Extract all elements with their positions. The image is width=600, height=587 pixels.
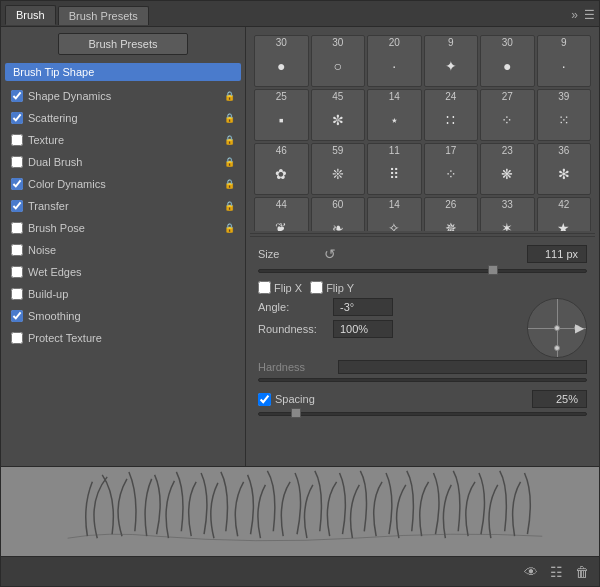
grid-icon[interactable]: ☷	[550, 564, 563, 580]
brush-panel: Brush Brush Presets » ☰ Brush Presets Br…	[0, 0, 600, 587]
checkbox-transfer[interactable]	[11, 200, 23, 212]
checkbox-scattering[interactable]	[11, 112, 23, 124]
brush-presets-button[interactable]: Brush Presets	[58, 33, 188, 55]
checkbox-protect_texture[interactable]	[11, 332, 23, 344]
roundness-label: Roundness:	[258, 323, 333, 335]
brush-option-texture[interactable]: Texture🔒	[5, 129, 241, 151]
eye-icon[interactable]: 👁	[524, 564, 538, 580]
right-panel: 30●30○20·9✦30●9·25▪45✼14⋆24∷27⁘39⁙46✿59❊…	[246, 27, 599, 466]
brush-num: 36	[558, 146, 569, 156]
brush-option-scattering[interactable]: Scattering🔒	[5, 107, 241, 129]
size-value[interactable]: 111 px	[527, 245, 587, 263]
spacing-row: Spacing 25%	[258, 390, 587, 408]
menu-icon[interactable]: ☰	[584, 8, 595, 22]
left-panel: Brush Presets Brush Tip Shape Shape Dyna…	[1, 27, 246, 466]
checkbox-noise[interactable]	[11, 244, 23, 256]
brush-num: 9	[561, 38, 567, 48]
checkbox-shape_dynamics[interactable]	[11, 90, 23, 102]
flip-y-checkbox[interactable]	[310, 281, 323, 294]
brush-cell-17[interactable]: 36✻	[537, 143, 592, 195]
brush-option-dual_brush[interactable]: Dual Brush🔒	[5, 151, 241, 173]
brush-cell-19[interactable]: 60❧	[311, 197, 366, 231]
brush-cell-4[interactable]: 30●	[480, 35, 535, 87]
hardness-row: Hardness	[258, 360, 587, 374]
checkbox-color_dynamics[interactable]	[11, 178, 23, 190]
brush-num: 39	[558, 92, 569, 102]
brush-cell-0[interactable]: 30●	[254, 35, 309, 87]
brush-cell-2[interactable]: 20·	[367, 35, 422, 87]
brush-option-build_up[interactable]: Build-up	[5, 283, 241, 305]
checkbox-dual_brush[interactable]	[11, 156, 23, 168]
brush-shape-icon: ▪	[279, 102, 284, 138]
tab-brush[interactable]: Brush	[5, 5, 56, 25]
brush-cell-13[interactable]: 59❊	[311, 143, 366, 195]
angle-value[interactable]: -3°	[333, 298, 393, 316]
brush-option-transfer[interactable]: Transfer🔒	[5, 195, 241, 217]
brush-cell-15[interactable]: 17⁘	[424, 143, 479, 195]
brush-option-noise[interactable]: Noise	[5, 239, 241, 261]
brush-cell-22[interactable]: 33✶	[480, 197, 535, 231]
brush-option-brush_pose[interactable]: Brush Pose🔒	[5, 217, 241, 239]
brush-cell-16[interactable]: 23❋	[480, 143, 535, 195]
flip-x-checkbox[interactable]	[258, 281, 271, 294]
brush-cell-9[interactable]: 24∷	[424, 89, 479, 141]
brush-cell-12[interactable]: 46✿	[254, 143, 309, 195]
trash-icon[interactable]: 🗑	[575, 564, 589, 580]
angle-label: Angle:	[258, 301, 333, 313]
brush-option-protect_texture[interactable]: Protect Texture	[5, 327, 241, 349]
brush-cell-20[interactable]: 14✧	[367, 197, 422, 231]
brush-cell-7[interactable]: 45✼	[311, 89, 366, 141]
brush-shape-icon: ✵	[445, 210, 457, 231]
brush-cell-6[interactable]: 25▪	[254, 89, 309, 141]
brush-option-shape_dynamics[interactable]: Shape Dynamics🔒	[5, 85, 241, 107]
roundness-value[interactable]: 100%	[333, 320, 393, 338]
flip-y-label[interactable]: Flip Y	[310, 281, 354, 294]
brush-option-color_dynamics[interactable]: Color Dynamics🔒	[5, 173, 241, 195]
checkbox-brush_pose[interactable]	[11, 222, 23, 234]
brush-num: 17	[445, 146, 456, 156]
checkbox-wet_edges[interactable]	[11, 266, 23, 278]
angle-roundness-row: Angle: -3° Roundness: 100%	[258, 298, 587, 358]
brush-cell-23[interactable]: 42★	[537, 197, 592, 231]
brush-cell-5[interactable]: 9·	[537, 35, 592, 87]
spacing-label[interactable]: Spacing	[258, 393, 532, 406]
size-slider[interactable]	[258, 267, 587, 275]
brush-cell-14[interactable]: 11⠿	[367, 143, 422, 195]
expand-icon[interactable]: »	[571, 8, 578, 22]
brush-options-list: Shape Dynamics🔒Scattering🔒Texture🔒Dual B…	[5, 85, 241, 349]
tab-brush-presets[interactable]: Brush Presets	[58, 6, 149, 25]
brush-shape-icon: ⁘	[501, 102, 513, 138]
checkbox-build_up[interactable]	[11, 288, 23, 300]
spacing-checkbox[interactable]	[258, 393, 271, 406]
angle-dial[interactable]: ▶	[527, 298, 587, 358]
brush-cell-8[interactable]: 14⋆	[367, 89, 422, 141]
brush-shape-icon: ❋	[501, 156, 513, 192]
brush-shape-icon: ❧	[332, 210, 344, 231]
flip-x-label[interactable]: Flip X	[258, 281, 302, 294]
brush-cell-10[interactable]: 27⁘	[480, 89, 535, 141]
brush-cell-3[interactable]: 9✦	[424, 35, 479, 87]
dial-dot-bottom	[554, 345, 560, 351]
tab-bar: Brush Brush Presets » ☰	[1, 1, 599, 27]
spacing-value[interactable]: 25%	[532, 390, 587, 408]
brush-cell-21[interactable]: 26✵	[424, 197, 479, 231]
preview-svg	[1, 467, 599, 556]
brush-cell-11[interactable]: 39⁙	[537, 89, 592, 141]
brush-tip-shape-item[interactable]: Brush Tip Shape	[5, 63, 241, 81]
brush-num: 25	[276, 92, 287, 102]
brush-num: 11	[389, 146, 400, 156]
brush-cell-18[interactable]: 44❦	[254, 197, 309, 231]
brush-num: 45	[332, 92, 343, 102]
brush-cell-1[interactable]: 30○	[311, 35, 366, 87]
brush-num: 33	[502, 200, 513, 210]
checkbox-smoothing[interactable]	[11, 310, 23, 322]
checkbox-texture[interactable]	[11, 134, 23, 146]
spacing-slider[interactable]	[258, 410, 587, 418]
reset-size-icon[interactable]: ↺	[324, 246, 336, 262]
brush-option-wet_edges[interactable]: Wet Edges	[5, 261, 241, 283]
size-label: Size	[258, 248, 318, 260]
brush-num: 23	[502, 146, 513, 156]
brush-option-smoothing[interactable]: Smoothing	[5, 305, 241, 327]
hardness-bar[interactable]	[338, 360, 587, 374]
brush-num: 9	[448, 38, 454, 48]
